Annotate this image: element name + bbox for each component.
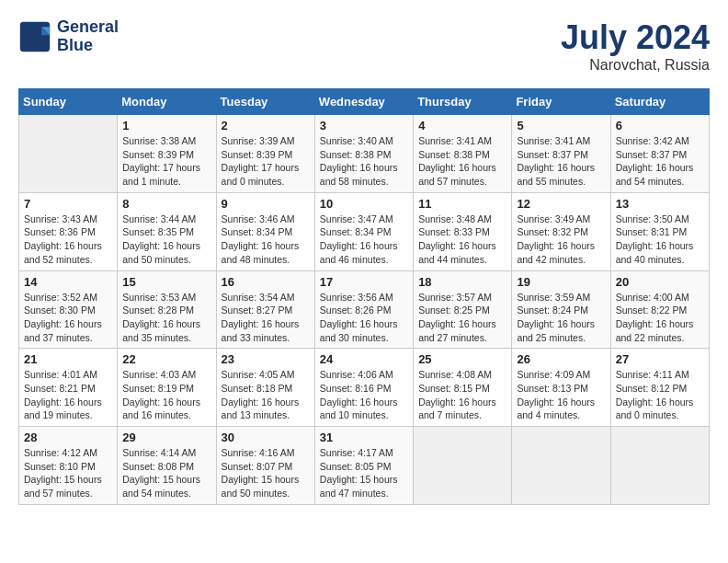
- day-info: Sunrise: 4:14 AMSunset: 8:08 PMDaylight:…: [122, 446, 210, 500]
- day-number: 4: [418, 119, 506, 132]
- calendar-cell: 5 Sunrise: 3:41 AMSunset: 8:37 PMDayligh…: [512, 115, 610, 193]
- day-info: Sunrise: 3:52 AMSunset: 8:30 PMDaylight:…: [24, 291, 112, 345]
- weekday-header-thursday: Thursday: [414, 89, 512, 115]
- calendar-cell: 10 Sunrise: 3:47 AMSunset: 8:34 PMDaylig…: [314, 192, 413, 270]
- day-info: Sunrise: 3:38 AMSunset: 8:39 PMDaylight:…: [122, 134, 210, 189]
- calendar-cell: 3 Sunrise: 3:40 AMSunset: 8:38 PMDayligh…: [314, 115, 413, 193]
- day-number: 23: [222, 352, 310, 366]
- day-number: 29: [122, 431, 210, 444]
- weekday-header-wednesday: Wednesday: [314, 89, 413, 115]
- day-number: 18: [418, 275, 506, 289]
- weekday-header-monday: Monday: [118, 89, 216, 115]
- calendar-cell: 2 Sunrise: 3:39 AMSunset: 8:39 PMDayligh…: [216, 115, 314, 193]
- day-number: 6: [616, 119, 704, 132]
- day-info: Sunrise: 3:47 AMSunset: 8:34 PMDaylight:…: [320, 213, 408, 267]
- calendar-cell: 19 Sunrise: 3:59 AMSunset: 8:24 PMDaylig…: [512, 270, 610, 349]
- day-number: 8: [122, 197, 210, 211]
- calendar-cell: [512, 427, 610, 505]
- calendar-cell: 20 Sunrise: 4:00 AMSunset: 8:22 PMDaylig…: [610, 270, 709, 349]
- calendar-cell: 27 Sunrise: 4:11 AMSunset: 8:12 PMDaylig…: [610, 349, 709, 427]
- day-info: Sunrise: 4:12 AMSunset: 8:10 PMDaylight:…: [24, 446, 112, 500]
- day-number: 7: [24, 197, 112, 211]
- day-number: 10: [320, 197, 408, 211]
- weekday-header-tuesday: Tuesday: [216, 89, 314, 115]
- logo: General Blue: [18, 18, 119, 55]
- day-number: 12: [517, 197, 605, 211]
- calendar-cell: 30 Sunrise: 4:16 AMSunset: 8:07 PMDaylig…: [216, 427, 314, 505]
- logo-icon: [18, 20, 51, 53]
- calendar-cell: 21 Sunrise: 4:01 AMSunset: 8:21 PMDaylig…: [19, 349, 118, 427]
- day-number: 16: [222, 275, 310, 289]
- calendar-cell: [610, 427, 709, 505]
- day-number: 2: [222, 119, 310, 132]
- calendar-cell: 6 Sunrise: 3:42 AMSunset: 8:37 PMDayligh…: [610, 115, 709, 193]
- day-info: Sunrise: 3:57 AMSunset: 8:25 PMDaylight:…: [418, 291, 506, 345]
- day-info: Sunrise: 3:50 AMSunset: 8:31 PMDaylight:…: [616, 213, 704, 267]
- day-number: 13: [616, 197, 704, 211]
- calendar-cell: 12 Sunrise: 3:49 AMSunset: 8:32 PMDaylig…: [512, 192, 610, 270]
- day-number: 1: [122, 119, 210, 132]
- day-number: 24: [320, 352, 408, 366]
- calendar-cell: 8 Sunrise: 3:44 AMSunset: 8:35 PMDayligh…: [118, 192, 216, 270]
- calendar-cell: 7 Sunrise: 3:43 AMSunset: 8:36 PMDayligh…: [19, 192, 118, 270]
- day-info: Sunrise: 3:49 AMSunset: 8:32 PMDaylight:…: [517, 213, 605, 267]
- calendar-cell: 4 Sunrise: 3:41 AMSunset: 8:38 PMDayligh…: [414, 115, 512, 193]
- calendar-cell: 31 Sunrise: 4:17 AMSunset: 8:05 PMDaylig…: [314, 427, 413, 505]
- day-number: 26: [517, 352, 605, 366]
- weekday-header-sunday: Sunday: [19, 89, 118, 115]
- day-info: Sunrise: 4:05 AMSunset: 8:18 PMDaylight:…: [222, 368, 310, 422]
- day-number: 5: [517, 119, 605, 132]
- day-number: 19: [517, 275, 605, 289]
- day-info: Sunrise: 3:59 AMSunset: 8:24 PMDaylight:…: [517, 291, 605, 345]
- location-subtitle: Narovchat, Russia: [561, 57, 710, 74]
- calendar-cell: 17 Sunrise: 3:56 AMSunset: 8:26 PMDaylig…: [314, 270, 413, 349]
- day-info: Sunrise: 4:17 AMSunset: 8:05 PMDaylight:…: [320, 446, 408, 500]
- day-info: Sunrise: 4:09 AMSunset: 8:13 PMDaylight:…: [517, 368, 605, 422]
- day-number: 3: [320, 119, 408, 132]
- calendar-cell: 13 Sunrise: 3:50 AMSunset: 8:31 PMDaylig…: [610, 192, 709, 270]
- calendar-cell: 11 Sunrise: 3:48 AMSunset: 8:33 PMDaylig…: [414, 192, 512, 270]
- calendar-cell: 22 Sunrise: 4:03 AMSunset: 8:19 PMDaylig…: [118, 349, 216, 427]
- calendar-cell: 18 Sunrise: 3:57 AMSunset: 8:25 PMDaylig…: [414, 270, 512, 349]
- day-info: Sunrise: 3:56 AMSunset: 8:26 PMDaylight:…: [320, 291, 408, 345]
- calendar-cell: 16 Sunrise: 3:54 AMSunset: 8:27 PMDaylig…: [216, 270, 314, 349]
- calendar-cell: 23 Sunrise: 4:05 AMSunset: 8:18 PMDaylig…: [216, 349, 314, 427]
- calendar-cell: 26 Sunrise: 4:09 AMSunset: 8:13 PMDaylig…: [512, 349, 610, 427]
- day-number: 21: [24, 352, 112, 366]
- day-number: 28: [24, 431, 112, 444]
- day-info: Sunrise: 3:42 AMSunset: 8:37 PMDaylight:…: [616, 134, 704, 189]
- day-number: 31: [320, 431, 408, 444]
- day-info: Sunrise: 3:41 AMSunset: 8:37 PMDaylight:…: [517, 134, 605, 189]
- calendar-table: SundayMondayTuesdayWednesdayThursdayFrid…: [18, 88, 710, 505]
- day-info: Sunrise: 3:44 AMSunset: 8:35 PMDaylight:…: [122, 213, 210, 267]
- svg-rect-0: [20, 22, 50, 52]
- calendar-cell: 28 Sunrise: 4:12 AMSunset: 8:10 PMDaylig…: [19, 427, 118, 505]
- page-header: General Blue July 2024 Narovchat, Russia: [18, 18, 710, 74]
- day-number: 9: [222, 197, 310, 211]
- title-block: July 2024 Narovchat, Russia: [561, 18, 710, 74]
- day-number: 15: [122, 275, 210, 289]
- day-info: Sunrise: 3:39 AMSunset: 8:39 PMDaylight:…: [222, 134, 310, 189]
- calendar-cell: 24 Sunrise: 4:06 AMSunset: 8:16 PMDaylig…: [314, 349, 413, 427]
- calendar-cell: 1 Sunrise: 3:38 AMSunset: 8:39 PMDayligh…: [118, 115, 216, 193]
- day-info: Sunrise: 4:03 AMSunset: 8:19 PMDaylight:…: [122, 368, 210, 422]
- day-info: Sunrise: 3:41 AMSunset: 8:38 PMDaylight:…: [418, 134, 506, 189]
- day-info: Sunrise: 4:06 AMSunset: 8:16 PMDaylight:…: [320, 368, 408, 422]
- day-number: 25: [418, 352, 506, 366]
- day-number: 17: [320, 275, 408, 289]
- month-title: July 2024: [561, 18, 710, 57]
- day-info: Sunrise: 4:11 AMSunset: 8:12 PMDaylight:…: [616, 368, 704, 422]
- calendar-cell: 15 Sunrise: 3:53 AMSunset: 8:28 PMDaylig…: [118, 270, 216, 349]
- day-info: Sunrise: 3:40 AMSunset: 8:38 PMDaylight:…: [320, 134, 408, 189]
- calendar-cell: 29 Sunrise: 4:14 AMSunset: 8:08 PMDaylig…: [118, 427, 216, 505]
- logo-text: General Blue: [57, 18, 119, 55]
- day-number: 30: [222, 431, 310, 444]
- day-number: 20: [616, 275, 704, 289]
- calendar-cell: [414, 427, 512, 505]
- day-info: Sunrise: 3:46 AMSunset: 8:34 PMDaylight:…: [222, 213, 310, 267]
- day-number: 27: [616, 352, 704, 366]
- day-number: 14: [24, 275, 112, 289]
- weekday-header-friday: Friday: [512, 89, 610, 115]
- day-info: Sunrise: 3:48 AMSunset: 8:33 PMDaylight:…: [418, 213, 506, 267]
- day-info: Sunrise: 3:54 AMSunset: 8:27 PMDaylight:…: [222, 291, 310, 345]
